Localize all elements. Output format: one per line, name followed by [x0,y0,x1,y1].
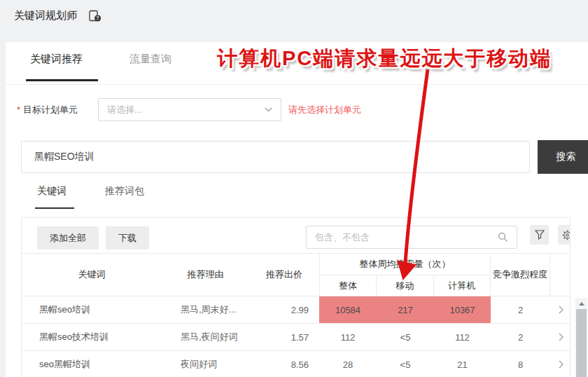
cell-keyword: seo黑帽培训 [22,351,162,377]
table-header: 关键词 推荐理由 推荐出价 整体周均搜索量（次） 整体 移动 计算机 竞争激烈程… [22,253,570,296]
active-tab-underline [26,79,98,81]
cell-bid: 1.57 [249,324,319,350]
plan-unit-hint: 请先选择计划单元 [288,104,361,116]
cell-overall: 112 [319,324,377,350]
cell-competition: 8 [491,351,550,377]
header-competition: 竞争激烈程度 [491,254,550,296]
filter-box [306,226,517,249]
cell-reason: 黑马,周末好... [162,296,249,323]
funnel-icon [535,230,545,240]
help-doc-icon[interactable]: ? [89,10,102,22]
row-expand-button[interactable] [550,351,570,377]
annotation-text: 计算机PC端请求量远远大于移动端 [217,45,581,73]
plan-unit-select[interactable]: 请选择... [98,98,281,121]
filter-funnel-button[interactable] [530,225,549,245]
header-reason: 推荐理由 [162,254,249,296]
scrollbar-up-button[interactable] [575,298,587,309]
cell-bid: 2.99 [249,296,319,323]
chevron-down-icon [265,107,272,112]
cell-mobile: <5 [377,351,434,377]
cell-mobile: <5 [377,324,434,350]
settings-button[interactable] [558,225,570,245]
cell-pc: 112 [434,324,491,350]
cell-pc: 21 [434,351,491,377]
header-expand-spacer [550,254,570,296]
scrollbar-thumb[interactable] [576,309,587,377]
select-placeholder: 请选择... [107,104,265,116]
header-mobile: 移动 [376,275,433,296]
header-overall: 整体 [320,275,376,296]
svg-text:?: ? [97,15,99,20]
header-search-volume-group: 整体周均搜索量（次） 整体 移动 计算机 [319,254,491,296]
header-keyword: 关键词 [22,254,162,296]
cell-pc: 10367 [434,296,491,323]
row-expand-button[interactable] [550,296,570,323]
vertical-scrollbar[interactable] [575,298,587,377]
cell-keyword: 黑帽seo培训 [22,296,162,323]
cell-competition: 2 [491,324,550,350]
cell-keyword: 黑帽seo技术培训 [22,324,162,350]
header-pc: 计算机 [434,275,490,296]
gear-icon [562,230,570,240]
chevron-right-icon [559,360,564,369]
tab-word-package[interactable]: 推荐词包 [105,185,144,198]
tab-keywords[interactable]: 关键词 [37,185,66,198]
cell-reason: 黑马,夜间好词 [162,324,249,350]
chevron-right-icon [559,306,564,314]
keyword-search-input[interactable] [21,141,530,173]
page-title: 关键词规划师 [14,9,77,22]
table-row: 黑帽seo技术培训 黑马,夜间好词 1.57 112 <5 112 2 [22,324,570,351]
cell-mobile: 217 [377,296,434,323]
keyword-planner-screen: 关键词规划师 ? 关键词推荐 流量查询 *目标计划单元 请选择... 请先选择计… [0,0,588,377]
cell-overall: 10584 [319,296,377,323]
table-row: seo黑帽培训 夜间好词 8.56 28 <5 21 8 [22,351,570,377]
triangle-up-icon [579,302,584,306]
search-icon[interactable] [498,232,508,242]
active-subtab-underline [35,207,74,209]
filter-input[interactable] [315,232,498,242]
table-row: 黑帽seo培训 黑马,周末好... 2.99 10584 217 10367 2 [22,296,570,324]
target-plan-unit-label: *目标计划单元 [17,104,78,116]
tab-keyword-recommend[interactable]: 关键词推荐 [30,53,83,66]
add-all-button[interactable]: 添加全部 [37,226,99,249]
results-container: 添加全部 下载 关键词 推荐理由 推荐出价 整 [21,217,570,377]
cell-bid: 8.56 [249,351,319,377]
cell-overall: 28 [319,351,377,377]
row-expand-button[interactable] [550,324,570,350]
chevron-right-icon [559,333,564,341]
main-panel: 关键词推荐 流量查询 *目标计划单元 请选择... 请先选择计划单元 搜索 关键… [6,42,588,377]
tab-traffic-query[interactable]: 流量查询 [130,53,172,66]
cell-competition: 2 [491,296,550,323]
download-button[interactable]: 下载 [106,226,149,249]
tabbar-divider [6,84,588,85]
required-asterisk: * [17,104,20,115]
header-bid: 推荐出价 [249,254,319,296]
header-group-title: 整体周均搜索量（次） [320,254,490,275]
cell-reason: 夜间好词 [162,351,249,377]
search-button[interactable]: 搜索 [538,140,588,174]
